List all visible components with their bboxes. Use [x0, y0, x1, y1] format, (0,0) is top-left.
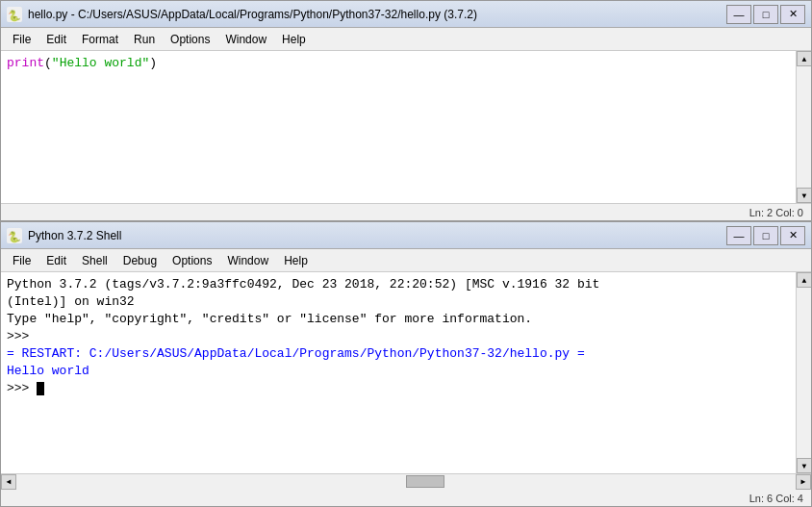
shell-title: Python 3.7.2 Shell	[28, 229, 726, 242]
shell-scroll-h-track	[16, 474, 796, 490]
code-paren-open: (	[44, 56, 52, 70]
editor-app-icon: 🐍	[7, 7, 22, 22]
shell-line-6: Hello world	[7, 363, 792, 380]
editor-menu-help[interactable]: Help	[274, 31, 314, 48]
shell-scroll-right-button[interactable]: ▶	[796, 474, 811, 490]
shell-menu-window[interactable]: Window	[219, 252, 276, 269]
shell-line-5: = RESTART: C:/Users/ASUS/AppData/Local/P…	[7, 345, 792, 363]
shell-content[interactable]: Python 3.7.2 (tags/v3.7.2:9a3ffc0492, De…	[1, 272, 811, 473]
shell-line-4: >>>	[7, 328, 792, 345]
svg-text:🐍: 🐍	[8, 230, 21, 243]
editor-status-bar: Ln: 2 Col: 0	[1, 203, 811, 220]
shell-scroll-track	[797, 288, 811, 458]
editor-title-bar: 🐍 hello.py - C:/Users/ASUS/AppData/Local…	[1, 1, 811, 28]
editor-close-button[interactable]: ✕	[780, 5, 805, 24]
editor-menu-run[interactable]: Run	[126, 31, 163, 48]
shell-cursor	[37, 382, 44, 395]
svg-text:🐍: 🐍	[8, 9, 21, 22]
shell-scroll-up-button[interactable]: ▲	[797, 272, 811, 288]
code-string: "Hello world"	[52, 56, 149, 70]
editor-scroll-track	[797, 66, 811, 188]
shell-line-1: Python 3.7.2 (tags/v3.7.2:9a3ffc0492, De…	[7, 276, 792, 293]
shell-menu-options[interactable]: Options	[165, 252, 219, 269]
shell-menu-shell[interactable]: Shell	[74, 252, 115, 269]
editor-minimize-button[interactable]: —	[726, 5, 751, 24]
shell-scroll-h-thumb[interactable]	[406, 475, 444, 488]
shell-minimize-button[interactable]: —	[726, 226, 751, 245]
shell-line-3: Type "help", "copyright", "credits" or "…	[7, 311, 792, 328]
editor-menu-edit[interactable]: Edit	[38, 31, 74, 48]
shell-title-bar: 🐍 Python 3.7.2 Shell — □ ✕	[1, 222, 811, 249]
editor-window-controls: — □ ✕	[726, 5, 805, 24]
editor-window: 🐍 hello.py - C:/Users/ASUS/AppData/Local…	[0, 0, 812, 221]
editor-menu-options[interactable]: Options	[163, 31, 217, 48]
editor-status-text: Ln: 2 Col: 0	[749, 207, 803, 218]
shell-status-text: Ln: 6 Col: 4	[749, 493, 803, 504]
editor-menu-window[interactable]: Window	[217, 31, 274, 48]
shell-scrollbar-horizontal[interactable]: ◀ ▶	[1, 473, 811, 489]
shell-window: 🐍 Python 3.7.2 Shell — □ ✕ File Edit She…	[0, 221, 812, 507]
editor-content-area: print("Hello world") ▲ ▼	[1, 51, 811, 203]
shell-menu-debug[interactable]: Debug	[115, 252, 165, 269]
shell-menu-edit[interactable]: Edit	[38, 252, 74, 269]
shell-maximize-button[interactable]: □	[753, 226, 778, 245]
editor-maximize-button[interactable]: □	[753, 5, 778, 24]
editor-menu-file[interactable]: File	[5, 31, 38, 48]
editor-scrollbar-vertical[interactable]: ▲ ▼	[796, 51, 811, 203]
shell-scroll-down-button[interactable]: ▼	[797, 458, 811, 473]
shell-menu-help[interactable]: Help	[276, 252, 316, 269]
code-paren-close: )	[149, 56, 157, 70]
shell-scrollbar-vertical[interactable]: ▲ ▼	[796, 272, 811, 473]
editor-content[interactable]: print("Hello world")	[1, 51, 811, 203]
shell-status-bar: Ln: 6 Col: 4	[1, 489, 811, 506]
editor-menu-bar: File Edit Format Run Options Window Help	[1, 28, 811, 51]
editor-scroll-down-button[interactable]: ▼	[797, 188, 811, 203]
shell-menu-file[interactable]: File	[5, 252, 38, 269]
shell-content-area: Python 3.7.2 (tags/v3.7.2:9a3ffc0492, De…	[1, 272, 811, 473]
shell-window-controls: — □ ✕	[726, 226, 805, 245]
shell-line-2: (Intel)] on win32	[7, 293, 792, 311]
shell-line-7: >>>	[7, 380, 792, 397]
shell-close-button[interactable]: ✕	[780, 226, 805, 245]
editor-scroll-up-button[interactable]: ▲	[797, 51, 811, 66]
keyword-print: print	[7, 56, 44, 70]
shell-app-icon: 🐍	[7, 228, 22, 243]
editor-menu-format[interactable]: Format	[74, 31, 126, 48]
shell-scroll-left-button[interactable]: ◀	[1, 474, 16, 490]
shell-menu-bar: File Edit Shell Debug Options Window Hel…	[1, 249, 811, 272]
editor-title: hello.py - C:/Users/ASUS/AppData/Local/P…	[28, 8, 726, 21]
code-line-1: print("Hello world")	[7, 55, 792, 72]
